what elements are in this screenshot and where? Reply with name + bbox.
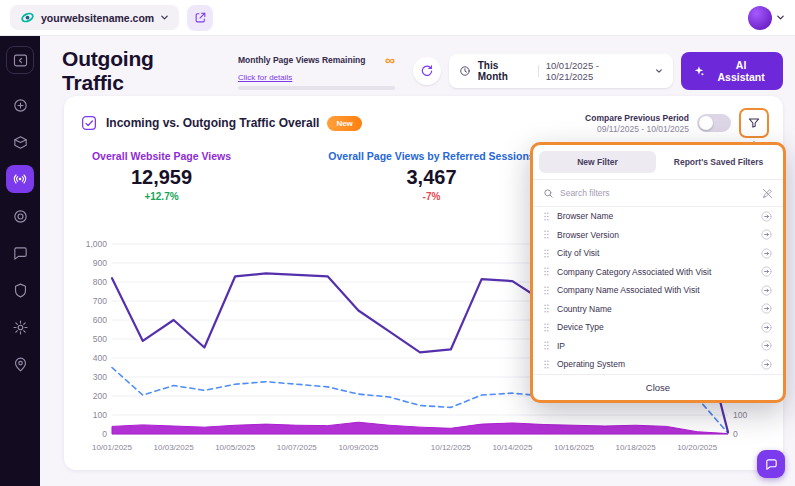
user-menu[interactable] [748,6,785,30]
sidebar [0,36,40,486]
sidebar-item-dashboard[interactable] [6,91,34,119]
open-website-button[interactable] [187,5,213,31]
filter-item[interactable]: IP [533,337,783,356]
arrow-right-circle-icon [760,358,773,371]
shield-icon [12,282,29,299]
filter-item[interactable]: Company Name Associated With Visit [533,281,783,300]
date-range-selector[interactable]: This Month 10/01/2025 - 10/21/2025 [449,54,673,88]
chevron-down-icon [776,13,785,22]
compare-range: 09/11/2025 - 10/01/2025 [585,124,689,134]
app-window: yourwebsitename.com [0,0,795,486]
chevron-down-icon [655,67,663,75]
sidebar-item-privacy[interactable] [6,276,34,304]
ai-assistant-button[interactable]: AI Assistant [681,52,783,90]
outgoing-traffic-icon [12,171,28,187]
site-logo-icon [20,10,35,25]
site-selector-dropdown[interactable]: yourwebsitename.com [10,5,179,30]
filter-search-input[interactable] [560,188,756,198]
site-name: yourwebsitename.com [41,12,154,24]
filter-button[interactable] [739,108,769,138]
drag-handle-icon [543,229,550,240]
stat-page-views: Overall Website Page Views 12,959 +12.7% [64,150,259,202]
collapse-sidebar-icon [12,52,29,69]
tab-new-filter[interactable]: New Filter [539,151,656,173]
stat-value: 12,959 [64,166,259,189]
svg-text:10/16/2025: 10/16/2025 [554,443,595,452]
search-icon [543,188,554,199]
svg-text:10/01/2025: 10/01/2025 [92,443,133,452]
svg-text:500: 500 [93,334,107,344]
chat-icon [764,457,779,472]
refresh-button[interactable] [413,57,441,85]
avatar [748,6,772,30]
svg-text:10/03/2025: 10/03/2025 [154,443,195,452]
svg-text:0: 0 [102,429,107,439]
drag-handle-icon [543,340,550,351]
arrow-right-circle-icon [760,247,773,260]
period-range: 10/01/2025 - 10/21/2025 [546,60,649,82]
svg-text:10/20/2025: 10/20/2025 [677,443,718,452]
filter-item[interactable]: Country Name [533,300,783,319]
quota-label: Monthly Page Views Remaining [238,55,365,65]
compare-previous-period: Compare Previous Period 09/11/2025 - 10/… [585,113,689,134]
period-label: This Month [478,60,531,82]
sidebar-item-goals[interactable] [6,202,34,230]
sidebar-item-feedback[interactable] [6,239,34,267]
sidebar-item-locations[interactable] [6,350,34,378]
toggle-knob [699,116,713,130]
clear-search-icon [762,188,773,199]
filter-item[interactable]: City of Visit [533,244,783,263]
divider [538,65,539,77]
chat-fab-button[interactable] [757,450,785,478]
drag-handle-icon [543,322,550,333]
chat-bubble-icon [12,245,29,262]
filter-item[interactable]: Browser Version [533,226,783,245]
svg-text:100: 100 [93,410,107,420]
sidebar-collapse-button[interactable] [6,46,34,74]
svg-text:0: 0 [733,429,738,439]
funnel-icon [747,116,761,130]
filter-item[interactable]: Browser Name [533,207,783,226]
quota-value: ∞ [385,55,395,66]
filter-list: Browser Name Browser Version City of Vis… [533,207,783,374]
card-header: Incoming vs. Outgoing Traffic Overall Ne… [64,96,783,138]
sidebar-item-settings[interactable] [6,313,34,341]
filter-tabs: New Filter Report's Saved Filters [533,145,783,180]
new-badge: New [327,116,361,131]
main-content: Outgoing Traffic Monthly Page Views Rema… [40,36,795,486]
svg-text:400: 400 [93,353,107,363]
arrow-right-circle-icon [760,321,773,334]
svg-text:300: 300 [93,372,107,382]
quota-progress-bar [238,86,395,90]
svg-text:600: 600 [93,315,107,325]
sidebar-item-outgoing-traffic[interactable] [6,165,34,193]
card-title: Incoming vs. Outgoing Traffic Overall [106,116,319,130]
filter-item[interactable]: Operating System [533,355,783,374]
close-button[interactable]: Close [533,374,783,400]
compare-toggle[interactable] [697,114,731,132]
filter-item[interactable]: Company Category Associated With Visit [533,263,783,282]
page-header: Outgoing Traffic Monthly Page Views Rema… [40,36,795,95]
refresh-icon [420,64,434,78]
filter-item[interactable]: Device Type [533,318,783,337]
drag-handle-icon [543,303,550,314]
arrow-right-circle-icon [760,228,773,241]
tab-saved-filters[interactable]: Report's Saved Filters [660,151,777,173]
external-link-icon [194,11,207,24]
svg-text:10/07/2025: 10/07/2025 [277,443,318,452]
arrow-right-circle-icon [760,284,773,297]
drag-handle-icon [543,211,550,222]
drag-handle-icon [543,359,550,370]
chevron-down-icon [160,13,169,22]
sidebar-item-modules[interactable] [6,128,34,156]
svg-text:10/09/2025: 10/09/2025 [338,443,379,452]
quota-details-link[interactable]: Click for details [238,73,292,82]
svg-text:100: 100 [733,410,747,420]
svg-text:10/12/2025: 10/12/2025 [431,443,472,452]
drag-handle-icon [543,248,550,259]
modules-icon [12,134,29,151]
arrow-right-circle-icon [760,302,773,315]
svg-text:700: 700 [93,296,107,306]
gear-icon [12,319,29,336]
svg-text:1,000: 1,000 [86,239,108,249]
